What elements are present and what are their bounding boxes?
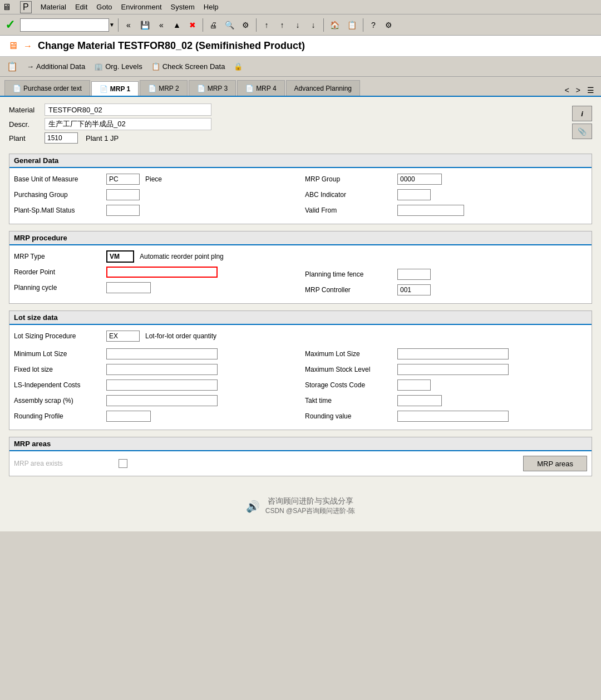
assembly-scrap-input[interactable] xyxy=(106,395,218,406)
fixed-lot-size-input[interactable] xyxy=(106,364,218,375)
plant-matl-status-input[interactable] xyxy=(106,205,140,216)
descr-label: Descr. xyxy=(9,120,40,129)
org-levels-btn[interactable]: 🏢 Org. Levels xyxy=(94,62,142,71)
tab-label-mrp1: MRP 1 xyxy=(110,85,130,93)
settings-btn[interactable]: ⚙ xyxy=(382,17,396,33)
home2-btn[interactable]: 📋 xyxy=(344,17,359,33)
max-stock-level-label: Maximum Stock Level xyxy=(305,366,394,373)
tab-icon-mrp3: 📄 xyxy=(197,85,205,92)
up-btn[interactable]: ▲ xyxy=(170,17,184,33)
tab-label-mrp4: MRP 4 xyxy=(256,85,276,92)
tab-mrp3[interactable]: 📄 MRP 3 xyxy=(189,80,236,96)
mrp-group-label: MRP Group xyxy=(305,175,394,183)
planning-cycle-input[interactable] xyxy=(106,282,151,293)
menu-help[interactable]: Help xyxy=(204,3,219,11)
descr-value-input[interactable] xyxy=(45,118,211,130)
fixed-lot-size-label: Fixed lot size xyxy=(14,366,103,373)
attachment-btn[interactable]: 📎 xyxy=(572,124,592,139)
tab-mrp4[interactable]: 📄 MRP 4 xyxy=(237,80,284,96)
tab-mrp2[interactable]: 📄 MRP 2 xyxy=(140,80,187,96)
planning-time-fence-input[interactable] xyxy=(397,269,431,280)
home1-btn[interactable]: 🏠 xyxy=(327,17,342,33)
command-dropdown-arrow[interactable]: ▼ xyxy=(109,22,115,28)
reorder-point-label: Reorder Point xyxy=(14,268,103,276)
previous-btn[interactable]: « xyxy=(155,17,168,33)
mrp-areas-section: MRP areas MRP area exists MRP areas xyxy=(9,437,592,476)
cancel-btn[interactable]: ✖ xyxy=(186,17,199,33)
mrp-procedure-section: MRP procedure MRP Type Automatic reorder… xyxy=(9,231,592,304)
menu-environment[interactable]: Environment xyxy=(121,3,162,11)
takt-time-input[interactable] xyxy=(397,395,442,406)
find-next-btn[interactable]: ⚙ xyxy=(239,17,253,33)
print-btn[interactable]: 🖨 xyxy=(206,17,220,33)
tab-label-advanced: Advanced Planning xyxy=(294,85,352,92)
tab-mrp1[interactable]: 📄 MRP 1 xyxy=(91,81,139,97)
tab-prev-btn[interactable]: < xyxy=(563,85,572,96)
back-btn[interactable]: « xyxy=(122,17,135,33)
plant-name: Plant 1 JP xyxy=(82,133,122,144)
check-screen-data-btn[interactable]: 📋 Check Screen Data xyxy=(151,62,225,71)
additional-data-btn[interactable]: → Additional Data xyxy=(27,62,85,71)
page-title: Change Material TESTFOR80_02 (Semifinish… xyxy=(38,40,305,52)
mrp-areas-button[interactable]: MRP areas xyxy=(523,456,587,471)
tab-advanced-planning[interactable]: Advanced Planning xyxy=(286,80,360,96)
min-lot-size-input[interactable] xyxy=(106,348,218,359)
nav-up2-btn[interactable]: ↑ xyxy=(275,17,289,33)
mrp-type-input[interactable] xyxy=(106,250,134,263)
command-input[interactable] xyxy=(20,18,109,32)
menu-edit[interactable]: Edit xyxy=(75,3,87,11)
save-btn[interactable]: 💾 xyxy=(137,17,152,33)
menu-goto[interactable]: Goto xyxy=(96,3,112,11)
toolbar-separator-4 xyxy=(323,18,324,32)
material-label: Material xyxy=(9,106,40,114)
mrp-group-input[interactable] xyxy=(397,174,442,185)
mrp-controller-input[interactable] xyxy=(397,284,431,295)
max-lot-size-label: Maximum Lot Size xyxy=(305,350,394,358)
material-value-input[interactable] xyxy=(45,103,211,116)
tab-label-mrp3: MRP 3 xyxy=(208,85,228,92)
plant-code-input[interactable] xyxy=(45,132,78,144)
nav-down2-btn[interactable]: ↓ xyxy=(307,17,320,33)
nav-down1-btn[interactable]: ↓ xyxy=(291,17,304,33)
action-bar: 📋 → Additional Data 🏢 Org. Levels 📋 Chec… xyxy=(0,57,601,77)
tab-next-btn[interactable]: > xyxy=(574,85,583,96)
tab-icon-pot: 📄 xyxy=(13,85,21,92)
watermark-icon: 🔊 xyxy=(246,500,260,513)
title-arrow-icon: → xyxy=(23,41,32,51)
reorder-point-input[interactable] xyxy=(106,267,218,278)
ls-independent-costs-input[interactable] xyxy=(106,379,218,391)
tab-purchase-order-text[interactable]: 📄 Purchase order text xyxy=(4,80,90,96)
watermark-line2: CSDN @SAP咨询顾问进阶-陈 xyxy=(265,506,356,516)
menu-material[interactable]: Material xyxy=(41,3,66,11)
green-check-btn[interactable]: ✓ xyxy=(2,17,18,33)
storage-costs-code-label: Storage Costs Code xyxy=(305,381,394,389)
toolbar-separator-3 xyxy=(256,18,257,32)
purchasing-group-input[interactable] xyxy=(106,189,140,200)
abc-indicator-input[interactable] xyxy=(397,189,431,200)
valid-from-input[interactable] xyxy=(397,205,464,216)
menu-system[interactable]: System xyxy=(171,3,195,11)
action-left-icon: 📋 xyxy=(7,61,18,72)
help-btn[interactable]: ? xyxy=(367,17,380,33)
planning-cycle-label: Planning cycle xyxy=(14,284,103,292)
find-btn[interactable]: 🔍 xyxy=(222,17,237,33)
toolbar-separator-2 xyxy=(203,18,203,32)
mrp-controller-label: MRP Controller xyxy=(305,286,394,294)
rounding-profile-input[interactable] xyxy=(106,411,151,422)
command-input-area[interactable]: ▼ xyxy=(20,18,115,32)
lot-sizing-procedure-desc: Lot-for-lot order quantity xyxy=(143,332,219,340)
storage-costs-code-input[interactable] xyxy=(397,379,431,391)
mrp-area-exists-checkbox[interactable] xyxy=(119,459,127,468)
toolbar-separator-5 xyxy=(363,18,363,32)
nav-up1-btn[interactable]: ↑ xyxy=(260,17,273,33)
info-btn[interactable]: i xyxy=(572,106,592,121)
tab-menu-btn[interactable]: ☰ xyxy=(585,85,597,96)
rounding-value-input[interactable] xyxy=(397,411,509,422)
lot-sizing-procedure-input[interactable] xyxy=(106,331,140,342)
base-unit-input[interactable] xyxy=(106,174,140,185)
max-lot-size-input[interactable] xyxy=(397,348,509,359)
mrp-type-label: MRP Type xyxy=(14,253,103,260)
lock-btn[interactable]: 🔒 xyxy=(234,62,243,71)
max-stock-level-input[interactable] xyxy=(397,364,509,375)
tab-navigation: < > ☰ xyxy=(563,85,597,96)
